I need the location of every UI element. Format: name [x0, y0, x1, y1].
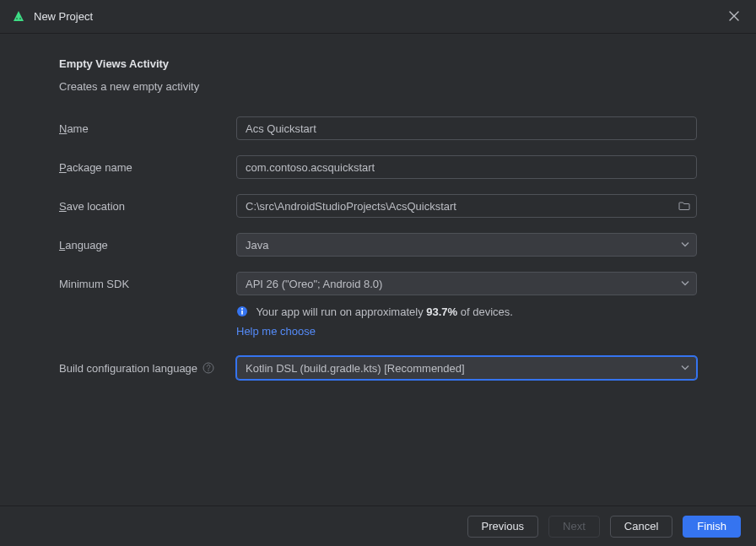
close-icon[interactable] — [724, 7, 744, 27]
label-min-sdk: Minimum SDK — [59, 278, 236, 290]
min-sdk-value: API 26 ("Oreo"; Android 8.0) — [246, 278, 382, 290]
build-config-select[interactable]: Kotlin DSL (build.gradle.kts) [Recommend… — [236, 356, 697, 380]
cancel-button[interactable]: Cancel — [610, 516, 672, 538]
row-package: Package name — [59, 155, 697, 179]
label-language: Language — [59, 239, 236, 251]
browse-folder-icon[interactable] — [678, 200, 690, 212]
svg-point-0 — [16, 18, 18, 19]
min-sdk-select[interactable]: API 26 ("Oreo"; Android 8.0) — [236, 272, 697, 295]
svg-point-5 — [203, 363, 213, 373]
language-value: Java — [246, 239, 268, 251]
row-min-sdk: Minimum SDK API 26 ("Oreo"; Android 8.0) — [59, 272, 697, 295]
page-description: Creates a new empty activity — [59, 80, 697, 93]
package-input[interactable] — [236, 155, 697, 179]
content-area: Empty Views Activity Creates a new empty… — [0, 34, 756, 505]
label-package: Package name — [59, 161, 236, 174]
label-build-config: Build configuration language — [59, 362, 236, 375]
min-sdk-info-text: Your app will run on approximately 93.7%… — [236, 305, 513, 318]
chevron-down-icon — [681, 278, 689, 290]
footer: Previous Next Cancel Finish — [0, 505, 756, 546]
min-sdk-info-row: Your app will run on approximately 93.7%… — [59, 305, 697, 318]
label-save-location: Save location — [59, 200, 236, 213]
label-name: Name — [59, 122, 236, 135]
next-button: Next — [548, 516, 600, 538]
window-title: New Project — [34, 10, 93, 23]
build-config-value: Kotlin DSL (build.gradle.kts) [Recommend… — [246, 362, 465, 375]
name-input[interactable] — [236, 116, 697, 140]
row-language: Language Java — [59, 233, 697, 257]
previous-button[interactable]: Previous — [467, 516, 539, 538]
svg-rect-3 — [241, 311, 243, 315]
svg-point-6 — [208, 370, 208, 371]
titlebar: New Project — [0, 0, 756, 34]
save-location-input[interactable] — [236, 194, 697, 218]
help-me-choose-link[interactable]: Help me choose — [236, 325, 316, 338]
language-select[interactable]: Java — [236, 233, 697, 257]
page-heading: Empty Views Activity — [59, 57, 697, 70]
chevron-down-icon — [681, 362, 689, 375]
info-icon — [236, 305, 248, 317]
finish-button[interactable]: Finish — [683, 516, 741, 538]
row-name: Name — [59, 116, 697, 140]
svg-point-4 — [241, 308, 243, 310]
row-save-location: Save location — [59, 194, 697, 218]
chevron-down-icon — [681, 239, 689, 251]
help-icon[interactable] — [202, 362, 214, 374]
svg-point-1 — [19, 18, 21, 19]
android-studio-icon — [12, 10, 25, 24]
row-build-config: Build configuration language Kotlin DSL … — [59, 356, 697, 380]
